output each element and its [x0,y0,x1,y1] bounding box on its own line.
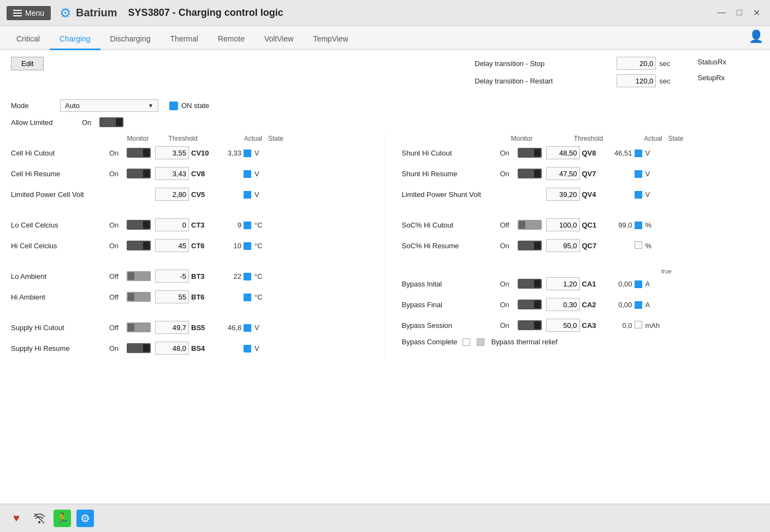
soc-hi-resume-toggle[interactable] [518,241,542,250]
limited-power-cell-volt-indicator [244,191,251,199]
soc-hi-resume-unit: % [645,242,652,250]
cell-hi-resume-toggle[interactable] [127,169,151,178]
supply-hi-cutout-label: Supply Hi Cutout [11,324,109,332]
soc-hi-resume-checkbox[interactable] [635,241,642,249]
delays-section: Delay transition - Stop sec Delay transi… [475,57,676,92]
lo-cell-celcius-toggle[interactable] [127,220,151,230]
cell-hi-resume-threshold[interactable] [155,167,189,180]
limited-power-cell-volt-threshold[interactable] [155,188,189,201]
on-state-indicator [169,101,178,110]
tab-charging[interactable]: Charging [50,29,100,50]
hi-cell-celcius-actual: 10 [217,242,241,250]
tab-remote[interactable]: Remote [208,29,254,50]
cell-hi-cutout-threshold[interactable] [155,146,189,159]
supply-hi-cutout-unit: V [254,324,259,332]
bypass-inital-monitor-state: On [500,280,518,288]
hi-ambient-code: BT6 [191,293,215,301]
cell-hi-cutout-toggle[interactable] [127,148,151,158]
maximize-button[interactable]: □ [733,7,745,19]
hamburger-icon [13,10,22,16]
shunt-hi-resume-threshold[interactable] [546,167,580,180]
minimize-button[interactable]: — [714,7,729,19]
bypass-final-actual: 0,00 [608,301,632,309]
tab-thermal[interactable]: Thermal [161,29,208,50]
limited-power-shunt-volt-threshold[interactable] [546,188,580,201]
hi-cell-celcius-toggle[interactable] [127,241,151,250]
supply-hi-cutout-threshold[interactable] [155,321,189,334]
lo-cell-celcius-monitor-state: On [109,221,127,229]
bypass-session-checkbox[interactable] [635,321,642,328]
soc-hi-cutout-row: SoC% Hi Cutout Off QC1 99,0 % [402,217,760,233]
soc-hi-cutout-toggle[interactable] [518,220,542,230]
limited-power-cell-volt-row: Limited Power Cell Volt CV5 V [11,186,369,202]
supply-hi-resume-monitor-state: On [109,344,127,352]
wifi-button[interactable] [31,510,48,527]
bottom-bar: ♥ 🏃 ⚙ [0,504,770,532]
bypass-final-toggle[interactable] [518,300,542,309]
supply-hi-cutout-toggle[interactable] [127,322,151,332]
bypass-inital-threshold[interactable] [546,277,580,290]
bypass-session-threshold[interactable] [546,319,580,332]
heart-button[interactable]: ♥ [8,510,25,527]
supply-hi-resume-code: BS4 [191,344,215,352]
soc-hi-cutout-indicator [635,222,642,229]
hi-ambient-toggle[interactable] [127,292,151,302]
mode-dropdown[interactable]: Auto ▼ [60,99,158,112]
tab-discharging[interactable]: Discharging [100,29,161,50]
toggle-handle [534,170,541,177]
supply-hi-resume-row: Supply Hi Resume On BS4 V [11,340,369,356]
supply-hi-resume-unit: V [254,344,259,352]
gear-button[interactable]: ⚙ [76,510,94,527]
soc-hi-cutout-threshold[interactable] [546,218,580,231]
menu-button[interactable]: Menu [7,6,51,20]
allow-limited-label: Allow Limited [11,118,82,127]
right-header-monitor: Monitor [503,135,541,142]
limited-power-shunt-volt-label: Limited Power Shunt Volt [402,190,500,199]
tab-critical[interactable]: Critical [7,29,50,50]
supply-hi-resume-threshold[interactable] [155,342,189,355]
hi-ambient-threshold[interactable] [155,290,189,303]
allow-limited-toggle[interactable] [99,117,123,127]
cell-hi-cutout-code: CV10 [191,149,215,157]
delay-restart-input[interactable] [617,74,656,87]
shunt-hi-cutout-code: QV8 [582,149,606,157]
bypass-final-threshold[interactable] [546,298,580,311]
toggle-handle [143,149,150,157]
lo-cell-celcius-threshold[interactable] [155,218,189,231]
shunt-hi-cutout-row: Shunt Hi Cutout On QV8 46,51 V [402,145,760,161]
tab-voltview[interactable]: VoltView [254,29,303,50]
close-button[interactable]: ✕ [750,7,763,19]
bypass-complete-checkbox[interactable] [463,338,470,346]
status-rx-label: StatusRx [697,58,726,66]
left-panel: Monitor Threshold Actual State Cell Hi C… [11,135,385,361]
cell-hi-cutout-row: Cell Hi Cutout On CV10 3,33 V [11,145,369,161]
shunt-hi-resume-toggle[interactable] [518,169,542,178]
bypass-final-monitor-state: On [500,301,518,309]
edit-button[interactable]: Edit [11,57,44,70]
tab-tempview[interactable]: TempView [303,29,358,50]
lo-ambient-toggle[interactable] [127,271,151,281]
supply-hi-resume-toggle[interactable] [127,343,151,353]
supply-hi-cutout-monitor-state: Off [109,324,127,332]
toggle-handle [534,280,541,288]
bypass-session-unit: mAh [645,321,660,330]
cell-hi-resume-label: Cell Hi Resume [11,170,109,178]
bypass-final-indicator [635,301,642,309]
on-state-area: ON state [169,101,209,110]
bypass-complete-row: Bypass Complete Bypass thermal relief [402,338,760,346]
hi-cell-celcius-threshold[interactable] [155,239,189,252]
shunt-hi-cutout-toggle[interactable] [518,148,542,158]
lo-ambient-threshold[interactable] [155,270,189,283]
soc-hi-resume-threshold[interactable] [546,239,580,252]
cell-hi-cutout-actual: 3,33 [217,149,241,157]
bypass-session-toggle[interactable] [518,320,542,330]
bypass-inital-toggle[interactable] [518,279,542,289]
avatar-button[interactable]: 👤 [749,29,763,44]
shunt-hi-resume-label: Shunt Hi Resume [402,170,500,178]
bypass-thermal-relief-checkbox[interactable] [477,338,484,346]
cell-hi-resume-code: CV8 [191,170,215,178]
bypass-inital-label: Bypass Inital [402,280,500,288]
run-button[interactable]: 🏃 [54,510,71,527]
delay-stop-input[interactable] [617,57,656,70]
shunt-hi-cutout-threshold[interactable] [546,146,580,159]
